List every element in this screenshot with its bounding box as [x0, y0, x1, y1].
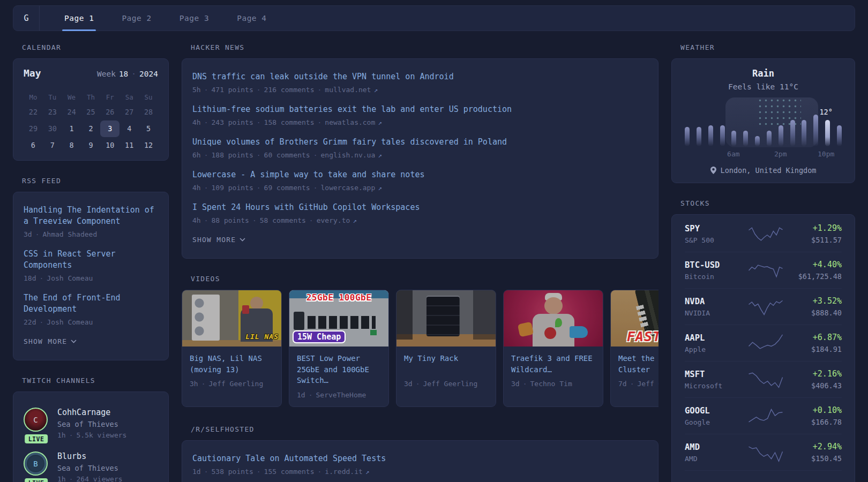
stock-row[interactable]: GOOGLGoogle +0.10%$166.78 — [685, 397, 842, 434]
calendar-day: 2 — [81, 120, 101, 137]
twitch-channel-name[interactable]: Blurbs — [57, 451, 123, 461]
video-card[interactable]: 25GbE 100GbE 15W Cheap BEST Low Power 25… — [289, 290, 389, 407]
twitch-channel-name[interactable]: CohhCarnage — [57, 408, 126, 417]
calendar-day: 22 — [24, 104, 43, 120]
time-tick: 10pm — [818, 150, 834, 158]
calendar-week: Week18·2024 — [97, 70, 158, 78]
twitch-channel-row[interactable]: C LIVE CohhCarnage Sea of Thieves 1h·5.5… — [24, 408, 158, 439]
stock-change: +4.40% — [786, 260, 842, 269]
rss-show-more-button[interactable]: SHOW MORE — [24, 337, 77, 345]
video-title-link[interactable]: Traefik 3 and FREE Wildcard… — [511, 353, 595, 375]
hn-item-link[interactable]: DNS traffic can leak outside the VPN tun… — [192, 71, 648, 82]
stock-row[interactable]: AMDAMD +2.94%$150.45 — [685, 434, 842, 470]
weather-bar — [708, 125, 713, 146]
calendar-day: 30 — [43, 120, 62, 137]
weather-bar — [802, 120, 806, 146]
weekday-label: We — [62, 91, 81, 104]
tab-page-3[interactable]: Page 3 — [166, 6, 223, 31]
rss-item-link[interactable]: The End of Front-End Development — [24, 292, 158, 315]
hn-comments-link[interactable]: 69 comments — [264, 184, 310, 192]
rss-title: RSS FEED — [22, 177, 169, 185]
hn-item: Unique volumes of Brothers Grimm fairy t… — [192, 137, 648, 159]
video-card[interactable]: My Tiny Rack 3d·Jeff Geerling — [396, 290, 496, 407]
stock-name: Bitcoin — [685, 273, 745, 281]
stocks-widget: STOCKS SPYS&P 500 +1.29%$511.57 BTC-USDB… — [671, 199, 855, 482]
video-title-link[interactable]: Meet the new Linux Cluster — [618, 353, 659, 375]
hn-item-link[interactable]: Lithium-free sodium batteries exit the l… — [192, 104, 648, 115]
stock-sparkline — [745, 443, 786, 462]
hn-item-link[interactable]: Unique volumes of Brothers Grimm fairy t… — [192, 137, 648, 148]
weather-bar — [755, 136, 760, 146]
video-title-link[interactable]: BEST Low Power 25GbE and 100GbE Switch… — [297, 353, 381, 386]
time-tick: 6am — [727, 150, 739, 158]
stocks-title: STOCKS — [680, 199, 855, 207]
video-thumbnail[interactable]: FAST — [611, 290, 659, 347]
weather-location-label: London, United Kingdom — [721, 166, 817, 175]
hn-comments-link[interactable]: 158 comments — [264, 118, 315, 126]
video-title-link[interactable]: My Tiny Rack — [404, 353, 488, 375]
reddit-comments-link[interactable]: 155 comments — [264, 468, 315, 476]
stock-row[interactable]: AAPLApple +6.87%$184.91 — [685, 325, 842, 361]
video-channel-link[interactable]: Jeff Geerling — [423, 380, 477, 388]
calendar-day: 10 — [100, 137, 119, 154]
video-thumbnail[interactable]: 25GbE 100GbE 15W Cheap — [289, 290, 388, 347]
weather-bar — [685, 127, 690, 146]
weather-bar — [731, 131, 736, 146]
calendar-day: 11 — [119, 137, 139, 154]
calendar-day: 8 — [62, 137, 81, 154]
stock-price: $184.91 — [786, 345, 842, 353]
twitch-channel-row[interactable]: B LIVE Blurbs Sea of Thieves 1h·264 view… — [24, 451, 158, 482]
video-card[interactable]: Traefik 3 and FREE Wildcard… 3d·Techno T… — [503, 290, 603, 407]
hn-source-link[interactable]: mullvad.net — [325, 86, 371, 94]
video-thumbnail[interactable]: LIL NAS — [182, 290, 281, 347]
reddit-source-link[interactable]: i.redd.it — [325, 468, 362, 476]
reddit-item-link[interactable]: Cautionary Tale on Automated Speed Tests — [192, 453, 648, 464]
video-thumbnail[interactable] — [396, 290, 496, 347]
stock-symbol: GOOGL — [685, 406, 745, 416]
stock-row[interactable]: SPYS&P 500 +1.29%$511.57 — [685, 216, 842, 252]
calendar-day: 7 — [43, 137, 62, 154]
hn-source-link[interactable]: lowercase.app — [321, 184, 376, 192]
hn-item-link[interactable]: I Spent 24 Hours with GitHub Copilot Wor… — [192, 202, 648, 213]
stock-symbol: SPY — [685, 224, 745, 234]
video-thumbnail[interactable] — [504, 290, 603, 347]
video-card[interactable]: LIL NAS Big NAS, Lil NAS (moving 13) 3h·… — [182, 290, 282, 407]
video-title-link[interactable]: Big NAS, Lil NAS (moving 13) — [190, 353, 274, 375]
tab-page-1[interactable]: Page 1 — [50, 6, 108, 31]
stock-row[interactable]: NVDANVIDIA +3.52%$888.40 — [685, 288, 842, 325]
calendar-day: 1 — [62, 120, 81, 137]
hn-comments-link[interactable]: 58 comments — [260, 216, 306, 224]
hn-item-link[interactable]: Lowercase - A simple way to take and sha… — [192, 169, 648, 180]
video-channel-link[interactable]: Techno Tim — [530, 380, 572, 388]
tab-page-2[interactable]: Page 2 — [108, 6, 165, 31]
external-link-icon: ↗ — [353, 216, 357, 224]
calendar-day: 4 — [119, 120, 139, 137]
rss-item-link[interactable]: Handling The Indentation of a Treeview C… — [24, 205, 158, 227]
video-channel-link[interactable]: Jeff Geerling — [208, 380, 263, 388]
rss-item-time: 18d — [24, 274, 36, 282]
stock-row[interactable]: RDDT -1.65% — [685, 470, 842, 482]
calendar-day: 9 — [81, 137, 101, 154]
hn-show-more-button[interactable]: SHOW MORE — [192, 236, 245, 244]
video-card[interactable]: FAST Meet the new Linux Cluster 7d·Jeff … — [610, 290, 659, 407]
hn-comments-link[interactable]: 60 comments — [264, 151, 310, 159]
stock-row[interactable]: BTC-USDBitcoin +4.40%$61,725.48 — [685, 252, 842, 288]
video-channel-link[interactable]: Jeff Geerling — [637, 380, 659, 388]
hn-source-link[interactable]: english.nv.ua — [321, 151, 376, 159]
stock-change: +3.52% — [786, 296, 842, 306]
rss-item-link[interactable]: CSS in React Server Components — [24, 248, 158, 271]
stock-sparkline — [745, 297, 786, 317]
video-channel-link[interactable]: ServeTheHome — [316, 391, 366, 399]
twitch-game: Sea of Thieves — [57, 420, 126, 428]
chevron-down-icon — [240, 238, 245, 242]
weather-hourly-chart: 12° — [685, 100, 842, 146]
hn-comments-link[interactable]: 216 comments — [264, 86, 315, 94]
external-link-icon: ↗ — [378, 184, 382, 192]
app-logo[interactable]: G — [13, 6, 40, 31]
tab-page-4[interactable]: Page 4 — [223, 6, 280, 31]
hn-source-link[interactable]: every.to — [317, 216, 350, 224]
calendar-grid: Mo Tu We Th Fr Sa Su 22 23 24 25 26 27 2… — [24, 91, 158, 154]
hn-source-link[interactable]: newatlas.com — [325, 118, 375, 126]
stock-row[interactable]: MSFTMicrosoft +2.16%$406.43 — [685, 361, 842, 397]
rss-card: Handling The Indentation of a Treeview C… — [13, 192, 169, 360]
